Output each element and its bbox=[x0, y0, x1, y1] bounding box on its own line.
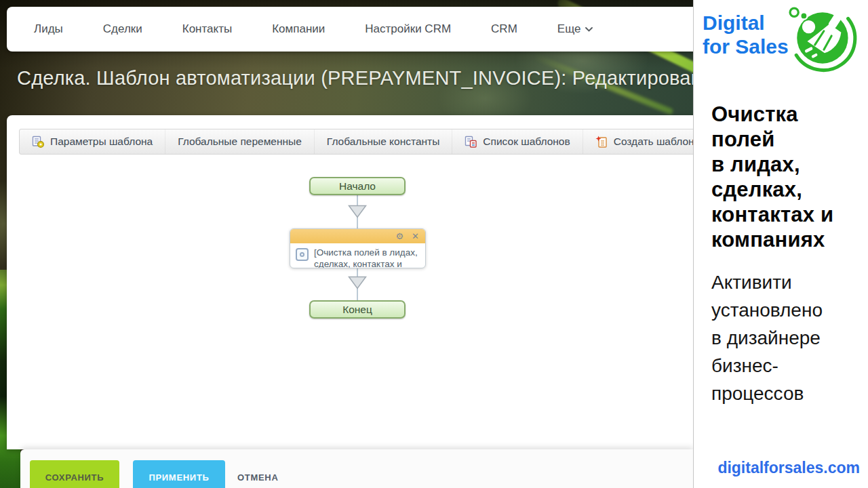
promo-panel: Digital for Sales Очистка полей в лидах,… bbox=[693, 0, 868, 488]
activity-type-icon bbox=[296, 248, 309, 261]
toolbar-template-list[interactable]: Список шаблонов bbox=[452, 129, 582, 154]
page-title: Сделка. Шаблон автоматизации (PREPAYMENT… bbox=[17, 67, 693, 89]
crm-region: Лиды Сделки Контакты Компании Настройки … bbox=[0, 0, 693, 488]
activity-header: ⚙ ✕ bbox=[290, 229, 425, 243]
toolbar-template-params[interactable]: Параметры шаблона bbox=[20, 129, 165, 154]
cancel-button[interactable]: ОТМЕНА bbox=[237, 460, 279, 488]
brand-name: Digital for Sales bbox=[703, 11, 789, 58]
toolbar-item-label: Глобальные переменные bbox=[178, 136, 302, 148]
activity-body: [Очистка полей в лидах, сделках, контакт… bbox=[290, 243, 425, 268]
nav-item-companies[interactable]: Компании bbox=[272, 22, 325, 36]
create-template-icon bbox=[595, 136, 608, 148]
arrow-down-icon bbox=[348, 205, 367, 218]
toolbar-item-label: Глобальные константы bbox=[327, 136, 439, 148]
nav-item-more[interactable]: Еще bbox=[557, 22, 593, 36]
template-params-icon bbox=[32, 136, 45, 148]
top-nav: Лиды Сделки Контакты Компании Настройки … bbox=[7, 7, 693, 52]
promo-heading: Очистка полей в лидах, сделках, контакта… bbox=[711, 102, 833, 252]
nav-item-leads[interactable]: Лиды bbox=[34, 22, 63, 36]
screenshot-stage: Лиды Сделки Контакты Компании Настройки … bbox=[0, 0, 868, 488]
template-list-icon bbox=[465, 136, 477, 148]
toolbar-global-variables[interactable]: Глобальные переменные bbox=[165, 129, 314, 154]
toolbar-global-constants[interactable]: Глобальные константы bbox=[314, 129, 452, 154]
arrow-down-icon bbox=[348, 276, 367, 289]
activity-block[interactable]: ⚙ ✕ [Очистка полей в лидах, сделках, кон… bbox=[290, 228, 426, 268]
save-button[interactable]: СОХРАНИТЬ bbox=[30, 460, 119, 488]
workflow-editor: Параметры шаблона Глобальные переменные … bbox=[7, 115, 693, 449]
toolbar-item-label: Список шаблонов bbox=[483, 136, 570, 148]
action-bar: СОХРАНИТЬ ПРИМЕНИТЬ ОТМЕНА bbox=[20, 449, 693, 488]
toolbar-item-label: Параметры шаблона bbox=[50, 136, 153, 148]
website-link[interactable]: digitalforsales.com bbox=[717, 459, 860, 477]
apply-button[interactable]: ПРИМЕНИТЬ bbox=[133, 460, 225, 488]
cleaning-broom-logo-icon bbox=[788, 1, 864, 77]
start-block[interactable]: Начало bbox=[309, 177, 406, 195]
activity-title: [Очистка полей в лидах, сделках, контакт… bbox=[314, 247, 418, 268]
toolbar-item-label: Создать шаблон bbox=[614, 136, 693, 148]
nav-item-deals[interactable]: Сделки bbox=[103, 22, 142, 36]
chevron-down-icon bbox=[585, 27, 593, 32]
nav-item-contacts[interactable]: Контакты bbox=[182, 22, 232, 36]
end-block[interactable]: Конец bbox=[309, 300, 406, 319]
nav-item-crm-settings[interactable]: Настройки CRM bbox=[365, 22, 451, 36]
activity-close-icon[interactable]: ✕ bbox=[412, 232, 419, 241]
nav-more-label: Еще bbox=[557, 22, 581, 36]
toolbar-create-template[interactable]: Создать шаблон bbox=[583, 129, 693, 154]
promo-description: Активити установлено в дизайнере бизнес-… bbox=[711, 268, 823, 407]
editor-toolbar: Параметры шаблона Глобальные переменные … bbox=[19, 129, 693, 155]
activity-settings-gear-icon[interactable]: ⚙ bbox=[395, 232, 403, 241]
nav-item-crm[interactable]: CRM bbox=[491, 22, 517, 36]
